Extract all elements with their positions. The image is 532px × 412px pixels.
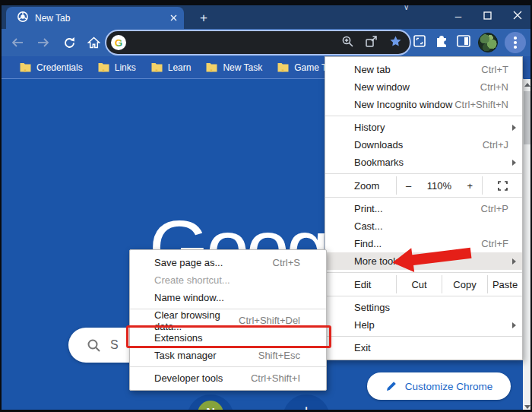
submenu-item-developer-tools[interactable]: Developer tools Ctrl+Shift+I [130,369,326,387]
copy-button[interactable]: Copy [442,275,487,293]
bookmark-folder-credentials[interactable]: Credentials [20,62,83,73]
zoom-out-button[interactable]: – [406,180,411,192]
maximize-button[interactable] [476,6,499,24]
menu-separator [325,197,522,198]
folder-icon [98,62,109,72]
menu-item-new-window[interactable]: New window Ctrl+N [325,78,522,96]
menu-separator [325,296,522,296]
bookmark-star-icon[interactable] [389,35,402,51]
chrome-favicon-icon [17,11,29,26]
menu-dots-button[interactable] [505,32,526,53]
menu-separator [325,116,522,116]
submenu-arrow-icon [512,258,516,265]
customize-chrome-button[interactable]: Customize Chrome [367,372,511,400]
bookmark-folder-new-task[interactable]: New Task [206,62,262,73]
zoom-page-icon[interactable] [341,35,354,51]
menu-separator [325,336,522,337]
tab-title: New Tab [35,13,169,24]
folder-icon [151,62,163,72]
back-icon[interactable] [8,33,27,52]
browser-window: New Tab + ∨ – [0,0,532,412]
search-text: S [110,338,119,352]
menu-item-exit[interactable]: Exit [325,339,522,357]
cut-button[interactable]: Cut [396,275,442,293]
submenu-item-task-manager[interactable]: Task manager Shift+Esc [130,347,326,364]
tab-search-chevron-icon[interactable]: ∨ [404,3,409,11]
submenu-item-name-window[interactable]: Name window... [130,289,326,306]
zoom-in-button[interactable]: + [467,180,473,192]
tab-close-icon[interactable] [169,14,178,22]
menu-separator [325,173,522,174]
paste-button[interactable]: Paste [487,275,522,293]
menu-item-downloads[interactable]: Downloads Ctrl+J [325,136,522,154]
fullscreen-icon [498,181,508,191]
submenu-arrow-icon [512,160,516,166]
window-border [0,0,2,412]
bookmark-folder-learn[interactable]: Learn [151,62,192,73]
pencil-icon [385,380,397,392]
menu-item-new-tab[interactable]: New tab Ctrl+T [325,61,522,78]
edit-label: Edit [325,275,396,293]
avatar[interactable] [478,33,498,52]
submenu-item-create-shortcut: Create shortcut... [130,271,326,289]
folder-icon [277,62,289,72]
fullscreen-button[interactable] [482,176,522,195]
submenu-arrow-icon [512,125,516,131]
title-bar: New Tab + ∨ – [0,0,532,29]
submenu-arrow-icon [512,322,516,328]
more-tools-submenu: Save page as... Ctrl+S Create shortcut..… [129,249,327,391]
screen-capture-icon[interactable] [412,33,427,52]
menu-item-bookmarks[interactable]: Bookmarks [325,154,522,171]
reload-icon[interactable] [59,33,79,52]
address-bar[interactable]: G [106,31,410,54]
menu-item-print[interactable]: Print... Ctrl+P [325,200,522,217]
home-icon[interactable] [84,33,103,52]
svg-text:G: G [115,37,122,49]
search-icon [87,338,101,353]
menu-item-new-incognito-window[interactable]: New Incognito window Ctrl+Shift+N [325,96,522,113]
minimize-button[interactable]: – [447,6,470,24]
google-logo-icon: G [111,35,126,50]
chrome-main-menu: New tab Ctrl+T New window Ctrl+N New Inc… [325,56,523,360]
menu-separator [130,366,326,367]
menu-item-history[interactable]: History [325,119,522,136]
toolbar: G [2,29,530,56]
extensions-puzzle-icon[interactable] [434,33,449,52]
share-icon[interactable] [365,35,378,51]
zoom-label: Zoom [325,176,396,195]
submenu-item-save-page-as[interactable]: Save page as... Ctrl+S [130,254,326,271]
side-panel-icon[interactable] [456,34,471,51]
annotation-highlight-box [126,325,331,348]
folder-icon [206,62,217,72]
tab-new-tab[interactable]: New Tab [6,7,184,29]
folder-icon [20,62,31,72]
menu-item-cast[interactable]: Cast... [325,217,522,235]
menu-item-help[interactable]: Help [325,316,522,334]
forward-icon[interactable] [33,33,53,52]
zoom-value: 110% [427,180,451,192]
bookmark-folder-links[interactable]: Links [98,62,136,73]
new-tab-button[interactable]: + [195,9,213,27]
menu-zoom-row: Zoom – 110% + [325,176,522,195]
menu-item-settings[interactable]: Settings [325,299,522,316]
close-button[interactable] [506,6,529,24]
menu-edit-row: Edit Cut Copy Paste [325,275,522,293]
